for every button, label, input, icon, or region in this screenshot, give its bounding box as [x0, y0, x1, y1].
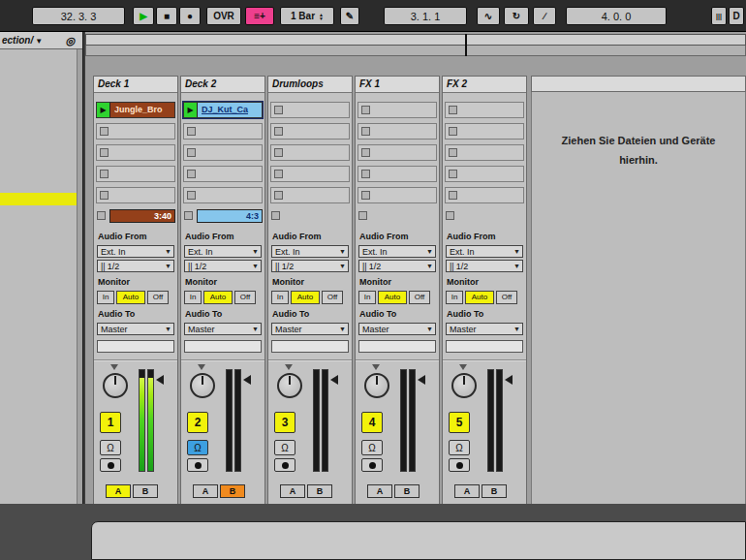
clip-slot[interactable] [270, 166, 350, 182]
browser-chooser[interactable]: ection/▼ ◎ [0, 32, 82, 49]
monitor-auto-button[interactable]: Auto [203, 291, 233, 304]
volume-fader-handle[interactable] [243, 375, 251, 385]
input-type-select[interactable]: Ext. In ▼ [97, 245, 174, 258]
crossfade-b-button[interactable]: B [220, 484, 245, 498]
pan-knob[interactable] [103, 373, 128, 398]
clip-launch-button[interactable]: ▶ [184, 103, 198, 117]
track-header[interactable]: FX 2 [443, 77, 526, 93]
clip-stop-button[interactable] [100, 127, 109, 136]
clip-slot[interactable] [445, 123, 524, 140]
clip-slot[interactable] [357, 166, 437, 182]
clip-stop-button[interactable] [187, 127, 196, 136]
input-type-select[interactable]: Ext. In ▼ [184, 245, 262, 258]
overdub-button[interactable]: OVR [206, 7, 241, 25]
output-select[interactable]: Master ▼ [97, 323, 174, 335]
clip-stop-button[interactable] [449, 106, 457, 114]
track-activator-button[interactable]: 2 [187, 412, 208, 433]
input-channel-select[interactable]: ||1/2 ▼ [184, 260, 262, 272]
browser-selected-row[interactable] [0, 193, 77, 205]
cue-button[interactable]: Ω [361, 440, 383, 455]
input-type-select[interactable]: Ext. In ▼ [271, 245, 349, 258]
clip-slot[interactable] [183, 187, 263, 203]
clip-slot[interactable] [183, 123, 263, 140]
track-header[interactable]: Deck 1 [94, 77, 177, 93]
crossfade-a-button[interactable]: A [454, 484, 480, 498]
track-header[interactable]: FX 1 [356, 77, 439, 93]
output-select[interactable]: Master ▼ [358, 323, 436, 335]
arm-button[interactable] [274, 458, 295, 472]
arm-button[interactable] [361, 458, 383, 472]
clip-slot[interactable]: ▶ [270, 102, 350, 118]
output-select[interactable]: Master ▼ [271, 323, 349, 335]
send-slot[interactable] [97, 340, 174, 353]
loop-length-display[interactable]: 4. 0. 0 [566, 7, 667, 25]
clip-stop-button[interactable] [100, 170, 109, 178]
clip-stop-button[interactable] [184, 211, 193, 220]
clip-launch-button[interactable]: ▶ [97, 103, 110, 117]
input-channel-select[interactable]: ||1/2 ▼ [271, 260, 349, 272]
track-activator-button[interactable]: 5 [449, 412, 470, 433]
monitor-auto-button[interactable]: Auto [465, 291, 494, 304]
clip-slot[interactable] [96, 187, 175, 203]
pan-knob[interactable] [451, 373, 477, 398]
crossfade-b-button[interactable]: B [133, 484, 158, 498]
clip-stop-button[interactable] [361, 191, 370, 200]
pan-knob[interactable] [277, 373, 302, 398]
clip-slot[interactable] [445, 166, 524, 182]
quantization-menu[interactable]: 1 Bar ▲▼ [280, 7, 334, 25]
clip-stop-button[interactable] [274, 170, 283, 178]
arrangement-position-display[interactable]: 32. 3. 3 [32, 7, 125, 25]
arrangement-overview[interactable] [85, 34, 746, 46]
crossfade-a-button[interactable]: A [280, 484, 305, 498]
crossfade-b-button[interactable]: B [482, 484, 507, 498]
clip-slot[interactable] [96, 123, 175, 140]
clip-stop-button[interactable] [274, 106, 283, 114]
clip-stop-button[interactable] [361, 127, 370, 136]
input-type-select[interactable]: Ext. In ▼ [446, 245, 523, 258]
clip-stop-button[interactable] [100, 148, 109, 157]
clip-stop-button[interactable] [274, 191, 283, 200]
clip-stop-button[interactable] [100, 191, 109, 200]
input-channel-select[interactable]: ||1/2 ▼ [97, 260, 174, 272]
clip-slot[interactable] [357, 144, 437, 161]
clip-stop-button[interactable] [97, 211, 106, 220]
hotswap-icon[interactable]: ◎ [65, 33, 75, 49]
draw-mode-button[interactable]: ✎ [340, 7, 359, 25]
back-to-arrangement-button[interactable]: ≡+ [245, 7, 274, 25]
clip-slot[interactable]: ▶ Jungle_Bro [96, 102, 175, 118]
monitor-in-button[interactable]: In [446, 291, 463, 304]
cue-button[interactable]: Ω [100, 440, 121, 455]
clip-stop-button[interactable] [274, 127, 283, 136]
monitor-in-button[interactable]: In [184, 291, 202, 304]
punch-in-button[interactable]: ∿ [477, 7, 500, 25]
crossfade-a-button[interactable]: A [106, 484, 131, 498]
clip-slot[interactable] [445, 144, 524, 161]
midi-keyboard-button[interactable]: ||| [711, 7, 727, 25]
send-slot[interactable] [446, 340, 523, 353]
scrub-area[interactable] [85, 46, 746, 56]
d-button[interactable]: D [729, 7, 744, 25]
monitor-auto-button[interactable]: Auto [291, 291, 320, 304]
clip-stop-button[interactable] [187, 170, 196, 178]
file-drop-zone[interactable]: Ziehen Sie Dateien und Geräte hierhin. [531, 92, 746, 505]
input-type-select[interactable]: Ext. In ▼ [358, 245, 436, 258]
crossfade-a-button[interactable]: A [193, 484, 218, 498]
clip-stop-button[interactable] [358, 211, 367, 220]
monitor-off-button[interactable]: Off [147, 291, 169, 304]
volume-fader-handle[interactable] [505, 375, 513, 385]
clip-slot[interactable] [357, 187, 437, 203]
clip-stop-button[interactable] [449, 170, 457, 178]
clip-slot[interactable] [270, 123, 350, 140]
volume-fader-handle[interactable] [156, 375, 164, 385]
clip-slot[interactable]: ▶ [445, 102, 524, 118]
play-button[interactable]: ▶ [133, 7, 154, 25]
monitor-auto-button[interactable]: Auto [378, 291, 407, 304]
crossfade-a-button[interactable]: A [367, 484, 392, 498]
clip-stop-button[interactable] [271, 211, 280, 220]
clip-stop-button[interactable] [361, 148, 370, 157]
clip-slot[interactable] [96, 144, 175, 161]
loop-start-display[interactable]: 3. 1. 1 [384, 7, 467, 25]
clip-slot[interactable] [270, 144, 350, 161]
output-select[interactable]: Master ▼ [184, 323, 262, 335]
clip-slot[interactable] [183, 166, 263, 182]
